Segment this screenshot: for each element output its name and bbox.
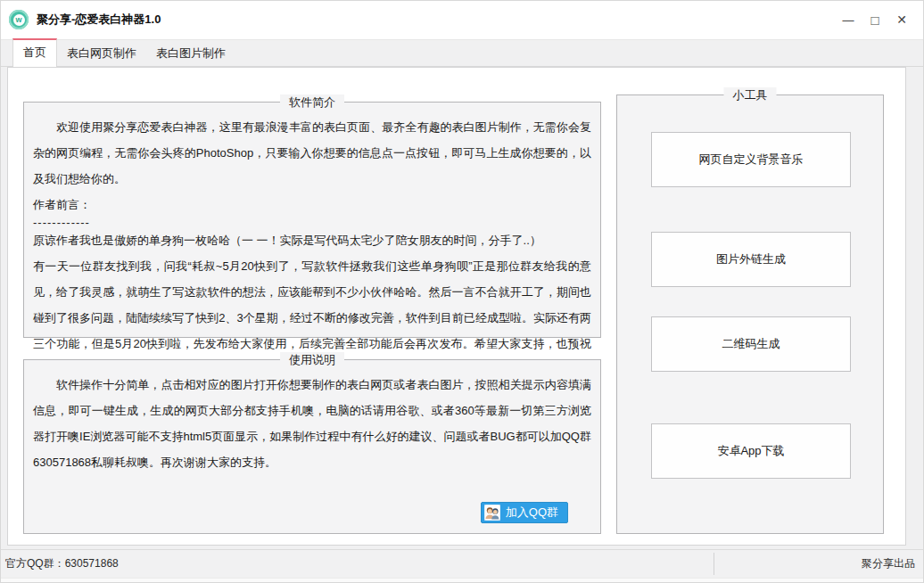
tab-confession-image-maker[interactable]: 表白图片制作 — [146, 40, 235, 66]
qq-group-people-icon — [484, 505, 500, 521]
app-logo-glyph: w — [13, 14, 25, 26]
tool-button-image-external-link[interactable]: 图片外链生成 — [651, 232, 851, 287]
small-tools-title: 小工具 — [724, 87, 777, 103]
software-intro-title: 软件简介 — [280, 94, 344, 111]
title-bar: w 聚分享-恋爱表白神器1.0 — □ ✕ — [0, 0, 924, 40]
tool-button-custom-background-music[interactable]: 网页自定义背景音乐 — [651, 132, 851, 187]
tool-button-android-app-download[interactable]: 安卓App下载 — [651, 423, 851, 479]
usage-paragraph: 软件操作十分简单，点击相对应的图片打开你想要制作的表白网页或者表白图片，按照相关… — [33, 372, 591, 475]
usage-instructions-body: 软件操作十分简单，点击相对应的图片打开你想要制作的表白网页或者表白图片，按照相关… — [24, 360, 600, 475]
status-bar-divider — [714, 553, 714, 575]
intro-divider-top: ------------ — [33, 218, 591, 227]
intro-preface-label: 作者前言： — [33, 192, 591, 218]
status-bar: 官方QQ群：630571868 聚分享出品 — [0, 549, 924, 578]
intro-confession-paragraph: 原谅作者我也是傲娇的单身狗一枚哈哈（一 一！实际是写代码太宅少了陪女朋友的时间，… — [33, 227, 591, 253]
window-bottom-edge — [0, 578, 924, 583]
usage-instructions-title: 使用说明 — [280, 352, 344, 368]
tab-confession-webpage-maker[interactable]: 表白网页制作 — [57, 40, 146, 66]
usage-instructions-groupbox: 使用说明 软件操作十分简单，点击相对应的图片打开你想要制作的表白网页或者表白图片… — [23, 359, 601, 534]
window-title: 聚分享-恋爱表白神器1.0 — [37, 12, 161, 28]
join-qq-group-label: 加入QQ群 — [506, 505, 558, 521]
status-official-qq-group: 官方QQ群：630571868 — [0, 556, 119, 571]
home-tab-page: 软件简介 欢迎使用聚分享恋爱表白神器，这里有最浪漫丰富的表白页面、最齐全有趣的表… — [7, 67, 906, 546]
tab-home[interactable]: 首页 — [12, 38, 57, 67]
window-controls: — □ ✕ — [835, 7, 915, 32]
status-publisher: 聚分享出品 — [862, 556, 924, 571]
tab-strip: 首页 表白网页制作 表白图片制作 — [0, 40, 924, 67]
small-tools-groupbox: 小工具 网页自定义背景音乐 图片外链生成 二维码生成 安卓App下载 — [616, 94, 884, 534]
tool-button-qr-code-generator[interactable]: 二维码生成 — [651, 316, 851, 372]
join-qq-group-button[interactable]: 加入QQ群 — [481, 502, 568, 523]
intro-welcome-paragraph: 欢迎使用聚分享恋爱表白神器，这里有最浪漫丰富的表白页面、最齐全有趣的表白图片制作… — [33, 114, 591, 192]
maximize-button[interactable]: □ — [862, 7, 888, 32]
software-intro-body: 欢迎使用聚分享恋爱表白神器，这里有最浪漫丰富的表白页面、最齐全有趣的表白图片制作… — [24, 103, 600, 392]
app-logo-icon: w — [9, 10, 29, 29]
software-intro-groupbox: 软件简介 欢迎使用聚分享恋爱表白神器，这里有最浪漫丰富的表白页面、最齐全有趣的表… — [23, 102, 601, 338]
minimize-button[interactable]: — — [835, 7, 862, 32]
close-button[interactable]: ✕ — [888, 7, 915, 32]
